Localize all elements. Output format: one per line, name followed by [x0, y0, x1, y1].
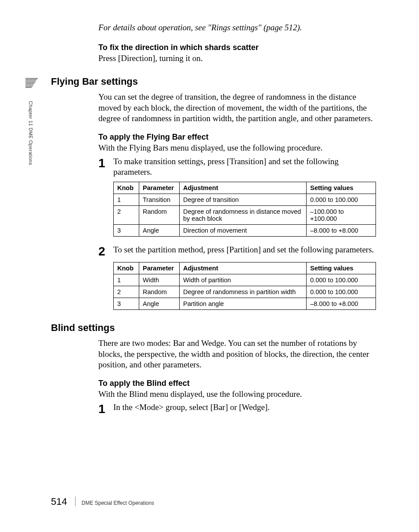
cell: Angle: [139, 298, 179, 310]
table-header: Knob: [114, 262, 139, 274]
cell: 1: [114, 274, 139, 286]
body-text: You can set the degree of transition, th…: [98, 92, 375, 124]
step-number: 2: [98, 244, 113, 258]
cell: –100.000 to +100.000: [307, 206, 376, 225]
table-row: 1 Transition Degree of transition 0.000 …: [114, 194, 376, 206]
table-row: 2 Random Degree of randomness in distanc…: [114, 206, 376, 225]
step-number: 1: [98, 156, 113, 178]
cell: 2: [114, 206, 139, 225]
step-number: 1: [98, 402, 113, 415]
table-header: Knob: [114, 182, 139, 194]
body-text: There are two modes: Bar and Wedge. You …: [98, 338, 375, 370]
cell: 3: [114, 298, 139, 310]
footer-separator-icon: [75, 496, 76, 506]
parameter-table-transition: Knob Parameter Adjustment Setting values…: [113, 182, 376, 237]
cell: Partition angle: [179, 298, 306, 310]
cell: –8.000 to +8.000: [307, 298, 376, 310]
subheading-fix-direction: To fix the direction in which shards sca…: [98, 43, 375, 52]
procedure-step: 1 To make transition settings, press [Tr…: [98, 156, 375, 178]
heading-blind: Blind settings: [51, 322, 375, 334]
table-row: 3 Angle Direction of movement –8.000 to …: [114, 225, 376, 237]
table-header: Parameter: [139, 262, 179, 274]
body-text: With the Flying Bars menu displayed, use…: [98, 143, 375, 153]
cell: 0.000 to 100.000: [307, 286, 376, 298]
cell: Angle: [139, 225, 179, 237]
chapter-sidebar-label: Chapter 11 DME Operations: [28, 101, 33, 165]
step-text: To make transition settings, press [Tran…: [113, 156, 375, 178]
cell: Direction of movement: [179, 225, 306, 237]
table-header: Parameter: [139, 182, 179, 194]
cell: Width: [139, 274, 179, 286]
cell: 3: [114, 225, 139, 237]
page-container: Chapter 11 DME Operations For details ab…: [0, 0, 419, 532]
cell: 2: [114, 286, 139, 298]
cell: Degree of transition: [179, 194, 306, 206]
table-row: 1 Width Width of partition 0.000 to 100.…: [114, 274, 376, 286]
procedure-step: 1 In the <Mode> group, select [Bar] or […: [98, 402, 375, 415]
table-row: 3 Angle Partition angle –8.000 to +8.000: [114, 298, 376, 310]
table-header: Adjustment: [179, 262, 306, 274]
cell: 0.000 to 100.000: [307, 274, 376, 286]
table-row: 2 Random Degree of randomness in partiti…: [114, 286, 376, 298]
table-header: Setting values: [307, 262, 376, 274]
cross-reference: For details about operation, see "Rings …: [98, 23, 375, 32]
body-text: Press [Direction], turning it on.: [98, 53, 375, 64]
step-text: To set the partition method, press [Part…: [113, 244, 374, 258]
cell: Random: [139, 206, 179, 225]
cell: Transition: [139, 194, 179, 206]
cell: 0.000 to 100.000: [307, 194, 376, 206]
parameter-table-partition: Knob Parameter Adjustment Setting values…: [113, 262, 376, 310]
step-text: In the <Mode> group, select [Bar] or [We…: [113, 402, 270, 415]
table-header: Adjustment: [179, 182, 306, 194]
cell: Degree of randomness in distance moved b…: [179, 206, 306, 225]
subheading-apply-flying-bar: To apply the Flying Bar effect: [98, 133, 375, 142]
body-text: With the Blind menu displayed, use the f…: [98, 389, 375, 399]
cell: Random: [139, 286, 179, 298]
footer-section-title: DME Special Effect Operations: [82, 500, 154, 506]
table-header: Setting values: [307, 182, 376, 194]
heading-flying-bar: Flying Bar settings: [51, 76, 375, 87]
cell: –8.000 to +8.000: [307, 225, 376, 237]
subheading-apply-blind: To apply the Blind effect: [98, 379, 375, 388]
cell: Degree of randomness in partition width: [179, 286, 306, 298]
sidebar-decoration-icon: [25, 78, 38, 89]
procedure-step: 2 To set the partition method, press [Pa…: [98, 244, 375, 258]
cell: 1: [114, 194, 139, 206]
page-footer: 514 DME Special Effect Operations: [51, 495, 154, 507]
cell: Width of partition: [179, 274, 306, 286]
page-number: 514: [51, 496, 67, 507]
